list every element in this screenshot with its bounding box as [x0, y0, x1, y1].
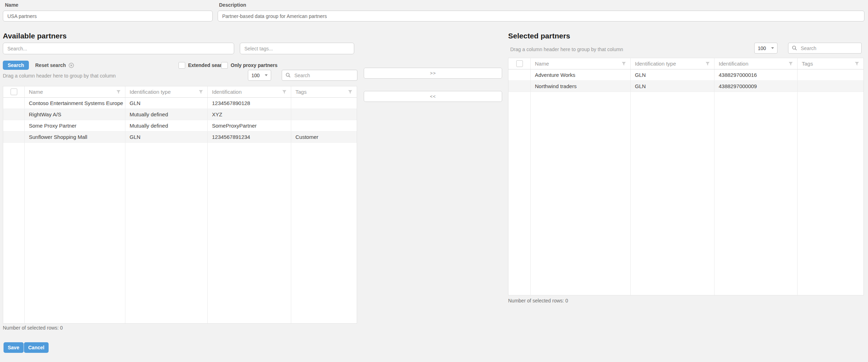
only-proxy-label: Only proxy partners: [231, 62, 277, 68]
funnel-icon[interactable]: [855, 61, 859, 66]
name-input[interactable]: [3, 11, 213, 22]
table-cell: [798, 69, 863, 80]
table-cell: Customer: [291, 131, 357, 142]
circle-x-icon[interactable]: [69, 63, 74, 68]
cancel-button[interactable]: Cancel: [24, 342, 49, 353]
grid-empty-area: [3, 143, 357, 323]
reset-search-label: Reset search: [35, 62, 66, 68]
funnel-icon[interactable]: [705, 61, 710, 66]
empty-cell: [798, 92, 863, 295]
table-cell: XYZ: [208, 109, 291, 120]
table-cell: 1234567891234: [208, 131, 291, 142]
page-size-value: 100: [758, 45, 766, 51]
table-cell: Northwind traders: [531, 81, 631, 92]
move-right-button[interactable]: >>: [364, 68, 502, 79]
grid-search-input[interactable]: [800, 45, 858, 51]
grid-search-panel[interactable]: [282, 70, 357, 81]
move-left-button[interactable]: <<: [364, 91, 502, 102]
available-grid: NameIdentification typeIdentificationTag…: [3, 86, 357, 324]
only-proxy-checkbox[interactable]: [221, 62, 228, 69]
description-label: Description: [219, 2, 246, 8]
row-checkbox-cell[interactable]: [3, 98, 25, 109]
table-cell: GLN: [125, 131, 208, 142]
grid-header-row: NameIdentification typeIdentificationTag…: [3, 86, 357, 98]
caret-down-icon: [265, 74, 268, 76]
extended-search-checkbox-group[interactable]: Extended search: [179, 61, 227, 70]
table-cell: Mutually defined: [125, 120, 208, 131]
grid-empty-area: [508, 92, 863, 295]
row-checkbox-cell[interactable]: [3, 131, 25, 142]
select-all-checkbox[interactable]: [516, 60, 523, 67]
table-row[interactable]: Contoso Entertainment Systems EuropeGLN1…: [3, 98, 357, 109]
empty-cell: [208, 143, 291, 323]
row-checkbox-cell[interactable]: [508, 81, 531, 92]
grid-search-panel[interactable]: [788, 43, 862, 54]
column-header-label: Name: [535, 61, 619, 67]
description-input[interactable]: [218, 11, 864, 22]
table-row[interactable]: Sunflower Shopping MallGLN1234567891234C…: [3, 131, 357, 143]
caret-down-icon: [771, 47, 774, 49]
table-cell: [291, 109, 357, 120]
table-cell: [291, 98, 357, 109]
partner-search-input[interactable]: [3, 43, 234, 54]
empty-cell: [291, 143, 357, 323]
page-size-value: 100: [251, 73, 260, 78]
funnel-icon[interactable]: [199, 90, 203, 94]
select-all-checkbox[interactable]: [11, 88, 17, 95]
column-header-label: Identification type: [635, 61, 703, 67]
table-row[interactable]: Adventure WorksGLN4388297000016: [508, 69, 863, 81]
table-row[interactable]: Some Proxy PartnerMutually definedSomePr…: [3, 120, 357, 131]
name-label: Name: [5, 2, 18, 8]
available-partners-title: Available partners: [3, 32, 67, 40]
column-header-identification[interactable]: Identification: [714, 58, 798, 69]
column-header-identification[interactable]: Identification: [208, 86, 291, 97]
funnel-icon[interactable]: [116, 90, 121, 94]
table-cell: Mutually defined: [125, 109, 208, 120]
magnifier-icon: [286, 73, 291, 78]
table-cell: GLN: [125, 98, 208, 109]
group-panel-hint: Drag a column header here to group by th…: [3, 73, 116, 79]
extended-search-checkbox[interactable]: [179, 62, 185, 69]
table-cell: 4388297000016: [714, 69, 798, 80]
only-proxy-checkbox-group[interactable]: Only proxy partners: [221, 61, 277, 70]
table-cell: Contoso Entertainment Systems Europe: [25, 98, 125, 109]
selected-selected-rows-count: Number of selected rows: 0: [508, 298, 568, 303]
select-all-cell: [508, 58, 531, 69]
column-header-identification-type[interactable]: Identification type: [125, 86, 208, 97]
reset-search[interactable]: Reset search: [35, 61, 74, 70]
column-header-label: Identification: [212, 89, 280, 95]
funnel-icon[interactable]: [282, 90, 287, 94]
table-row[interactable]: Northwind tradersGLN4388297000009: [508, 81, 863, 92]
column-header-name[interactable]: Name: [531, 58, 631, 69]
select-tags-input[interactable]: [240, 43, 354, 54]
table-cell: SomeProxyPartner: [208, 120, 291, 131]
save-button[interactable]: Save: [4, 342, 24, 353]
row-checkbox-cell[interactable]: [508, 69, 531, 80]
row-checkbox-cell[interactable]: [3, 120, 25, 131]
table-cell: 1234567890128: [208, 98, 291, 109]
selected-grid: NameIdentification typeIdentificationTag…: [508, 58, 864, 295]
group-panel-hint: Drag a column header here to group by th…: [510, 47, 623, 52]
empty-cell: [3, 143, 25, 323]
column-header-identification-type[interactable]: Identification type: [631, 58, 714, 69]
page-size-dropdown[interactable]: 100: [754, 43, 778, 54]
column-header-tags[interactable]: Tags: [291, 86, 357, 97]
select-all-cell: [3, 86, 25, 97]
column-header-tags[interactable]: Tags: [798, 58, 863, 69]
search-button[interactable]: Search: [3, 61, 29, 70]
empty-cell: [714, 92, 798, 295]
funnel-icon[interactable]: [788, 61, 793, 66]
page-size-dropdown[interactable]: 100: [248, 70, 271, 81]
table-cell: RightWay A/S: [25, 109, 125, 120]
empty-cell: [531, 92, 631, 295]
column-header-name[interactable]: Name: [25, 86, 125, 97]
empty-cell: [25, 143, 125, 323]
table-row[interactable]: RightWay A/SMutually definedXYZ: [3, 109, 357, 120]
table-cell: [291, 120, 357, 131]
funnel-icon[interactable]: [348, 90, 352, 94]
column-header-label: Identification type: [130, 89, 196, 95]
row-checkbox-cell[interactable]: [3, 109, 25, 120]
grid-search-input[interactable]: [294, 72, 354, 79]
funnel-icon[interactable]: [622, 61, 626, 66]
column-header-label: Tags: [802, 61, 853, 67]
